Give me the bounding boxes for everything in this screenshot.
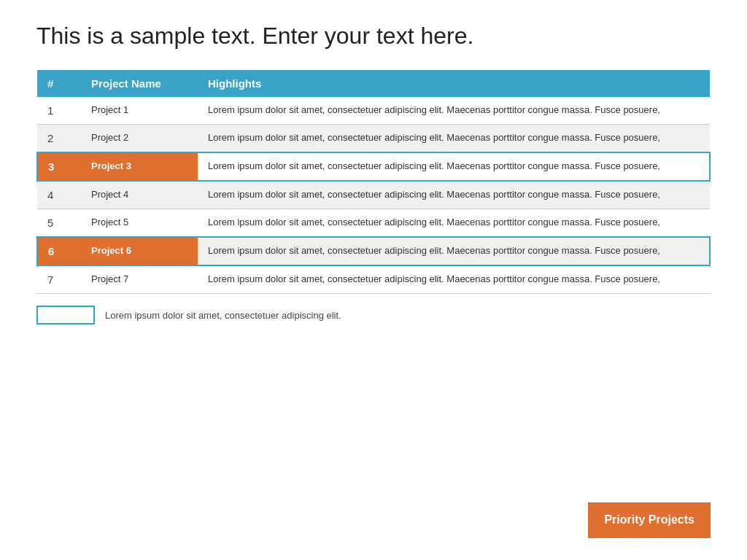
cell-num: 4 (37, 181, 81, 209)
table-wrapper: # Project Name Highlights 1Project 1Lore… (36, 70, 711, 294)
legend-text: Lorem ipsum dolor sit amet, consectetuer… (105, 310, 341, 321)
cell-highlights: Lorem ipsum dolor sit amet, consectetuer… (198, 97, 710, 125)
col-header-name: Project Name (81, 70, 198, 97)
cell-project-name: Project 5 (81, 209, 198, 238)
table-row: 5Project 5Lorem ipsum dolor sit amet, co… (37, 209, 710, 238)
legend-box (36, 306, 95, 324)
cell-highlights: Lorem ipsum dolor sit amet, consectetuer… (198, 237, 710, 265)
col-header-highlights: Highlights (198, 70, 710, 97)
legend-area: Lorem ipsum dolor sit amet, consectetuer… (36, 306, 711, 324)
col-header-num: # (37, 70, 81, 97)
cell-num: 1 (37, 97, 81, 125)
cell-highlights: Lorem ipsum dolor sit amet, consectetuer… (198, 265, 710, 294)
page-container: This is a sample text. Enter your text h… (0, 0, 747, 560)
page-title: This is a sample text. Enter your text h… (36, 22, 711, 50)
cell-highlights: Lorem ipsum dolor sit amet, consectetuer… (198, 209, 710, 238)
table-row: 6Project 6Lorem ipsum dolor sit amet, co… (37, 237, 710, 265)
cell-project-name: Project 3 (81, 152, 198, 181)
cell-project-name: Project 2 (81, 125, 198, 153)
cell-num: 6 (37, 237, 81, 265)
cell-highlights: Lorem ipsum dolor sit amet, consectetuer… (198, 181, 710, 209)
table-row: 7Project 7Lorem ipsum dolor sit amet, co… (37, 265, 710, 294)
cell-num: 2 (37, 125, 81, 153)
cell-project-name: Project 4 (81, 181, 198, 209)
cell-project-name: Project 6 (81, 237, 198, 265)
cell-highlights: Lorem ipsum dolor sit amet, consectetuer… (198, 125, 710, 153)
table-row: 3Project 3Lorem ipsum dolor sit amet, co… (37, 152, 710, 181)
table-row: 4Project 4Lorem ipsum dolor sit amet, co… (37, 181, 710, 209)
cell-num: 7 (37, 265, 81, 294)
projects-table: # Project Name Highlights 1Project 1Lore… (36, 70, 711, 294)
cell-num: 5 (37, 209, 81, 238)
cell-project-name: Project 7 (81, 265, 198, 294)
table-header-row: # Project Name Highlights (37, 70, 710, 97)
priority-projects-button[interactable]: Priority Projects (588, 502, 711, 538)
cell-num: 3 (37, 152, 81, 181)
cell-project-name: Project 1 (81, 97, 198, 125)
table-row: 2Project 2Lorem ipsum dolor sit amet, co… (37, 125, 710, 153)
cell-highlights: Lorem ipsum dolor sit amet, consectetuer… (198, 152, 710, 181)
table-row: 1Project 1Lorem ipsum dolor sit amet, co… (37, 97, 710, 125)
